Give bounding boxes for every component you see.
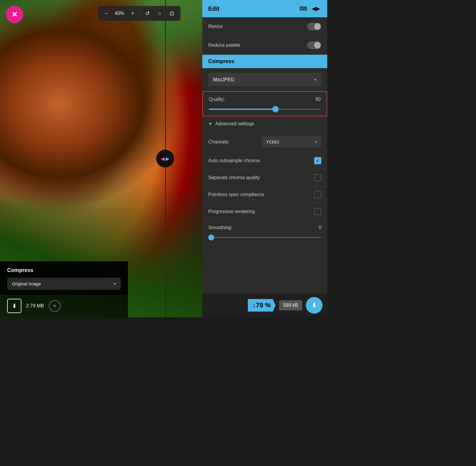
channels-label: Channels:: [208, 139, 230, 145]
smoothing-slider[interactable]: [208, 237, 321, 238]
arrows-icon[interactable]: ◀▶: [311, 5, 321, 12]
reduce-palette-label: Reduce palette: [208, 43, 240, 48]
zoom-increase-button[interactable]: +: [127, 8, 139, 19]
panel-title: Edit: [208, 5, 220, 12]
bottom-right-area: ↓79 % 589 kB ⬇: [202, 293, 327, 317]
compress-section-header: Compress: [202, 55, 327, 68]
auto-subsample-label: Auto subsample chroma: [208, 158, 260, 163]
reduce-palette-row: Reduce palette: [202, 36, 327, 55]
advanced-settings-label: Advanced settings: [215, 121, 254, 126]
advanced-settings-header[interactable]: ▼ Advanced settings: [202, 116, 327, 132]
quality-label: Quality:: [209, 97, 225, 102]
download-button[interactable]: ⬇: [306, 297, 322, 314]
quality-value-display: 60: [315, 97, 321, 102]
resize-label: Resize: [208, 24, 223, 29]
image-select[interactable]: Original Image Compressed: [7, 278, 121, 290]
pointless-spec-row: Pointless spec compliance: [202, 186, 327, 203]
panel-header-icons: ⌨ ◀▶: [298, 5, 321, 12]
toolbar-divider: [140, 10, 140, 17]
smoothing-row: Smoothing: 0: [202, 220, 327, 244]
zoom-toolbar: − 40% + ↺ ○ ⊡: [98, 6, 181, 21]
quality-slider[interactable]: [209, 109, 321, 110]
auto-subsample-checkbox[interactable]: [314, 157, 321, 164]
percent-circle: %: [49, 300, 61, 312]
bottom-left-container: Compress Original Image Compressed ▼ ⬇ 2…: [0, 261, 128, 317]
smoothing-label: Smoothing:: [208, 225, 232, 230]
advanced-chevron-icon: ▼: [208, 121, 212, 126]
pointless-spec-checkbox[interactable]: [314, 191, 321, 198]
reduce-palette-toggle[interactable]: [307, 41, 321, 49]
flip-button[interactable]: ○: [154, 8, 165, 19]
separate-chroma-checkbox[interactable]: [314, 174, 321, 181]
right-panel: Edit ⌨ ◀▶ Resize Reduce palette Compress…: [202, 0, 327, 317]
resize-toggle[interactable]: [307, 23, 321, 30]
zoom-decrease-button[interactable]: −: [101, 8, 112, 19]
compressed-size-badge: 589 kB: [279, 300, 302, 310]
channels-select[interactable]: YCbCr RGB Grayscale: [262, 136, 321, 147]
close-button[interactable]: ✕: [6, 6, 23, 23]
quality-row: Quality: 60: [202, 91, 327, 116]
resize-row: Resize: [202, 17, 327, 36]
progressive-rendering-label: Progressive rendering: [208, 209, 255, 214]
encoder-select[interactable]: MozJPEG WebP AVIF PNG: [208, 73, 321, 86]
channels-row: Channels: YCbCr RGB Grayscale ▼: [202, 132, 327, 152]
terminal-icon[interactable]: ⌨: [298, 5, 308, 12]
image-select-wrapper: Original Image Compressed ▼: [7, 278, 121, 290]
encoder-row: MozJPEG WebP AVIF PNG ▼: [202, 68, 327, 91]
compress-section-title: Compress: [208, 58, 234, 64]
rotate-button[interactable]: ↺: [141, 8, 154, 19]
encoder-select-wrapper: MozJPEG WebP AVIF PNG ▼: [208, 73, 321, 86]
quality-header: Quality: 60: [209, 97, 321, 102]
reduction-badge: ↓79 %: [248, 299, 275, 312]
file-size-display: 2.79 MB: [26, 303, 44, 309]
separate-chroma-row: Separate chroma quality: [202, 169, 327, 186]
smoothing-value-display: 0: [319, 225, 321, 230]
bottom-status-bar: ⬇ 2.79 MB %: [0, 295, 128, 317]
compress-bottom-panel: Compress Original Image Compressed ▼: [0, 261, 128, 295]
auto-subsample-row: Auto subsample chroma: [202, 152, 327, 169]
channels-select-wrapper: YCbCr RGB Grayscale ▼: [262, 136, 321, 147]
compress-bottom-title: Compress: [7, 267, 121, 273]
pointless-spec-label: Pointless spec compliance: [208, 192, 264, 197]
separate-chroma-label: Separate chroma quality: [208, 175, 260, 180]
zoom-value-display: 40%: [112, 11, 127, 16]
crop-button[interactable]: ⊡: [165, 8, 178, 19]
progressive-rendering-checkbox[interactable]: [314, 208, 321, 215]
progressive-rendering-row: Progressive rendering: [202, 203, 327, 220]
save-bottom-button[interactable]: ⬇: [7, 299, 21, 313]
compare-handle[interactable]: [156, 150, 174, 168]
smoothing-header: Smoothing: 0: [208, 225, 321, 230]
panel-header: Edit ⌨ ◀▶: [202, 0, 327, 17]
close-icon: ✕: [12, 10, 18, 19]
